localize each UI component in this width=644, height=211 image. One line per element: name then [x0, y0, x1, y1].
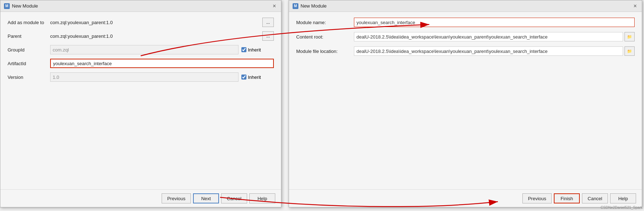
module-file-location-browse-button[interactable]: 📁: [625, 46, 635, 56]
add-as-module-browse-button[interactable]: ...: [262, 18, 274, 27]
dialog1-previous-button[interactable]: Previous: [162, 193, 191, 203]
parent-browse-button[interactable]: ...: [262, 31, 274, 41]
dialog1-next-button[interactable]: Next: [193, 193, 219, 203]
dialog1-help-button[interactable]: Help: [249, 193, 275, 203]
artifact-id-row: ArtifactId: [8, 59, 274, 68]
module-file-location-input[interactable]: [354, 46, 623, 56]
add-as-module-row: Add as module to com.zql:youlexuan_paren…: [8, 18, 274, 27]
content-root-label: Content root:: [296, 34, 354, 40]
dialog1-cancel-button[interactable]: Cancel: [221, 193, 247, 203]
group-id-inherit-label: Inherit: [248, 47, 261, 53]
dialog2-title-area: M New Module: [293, 3, 327, 9]
content-root-row: Content root: 📁: [296, 32, 635, 41]
dialog1-title-area: M New Module: [4, 3, 38, 9]
version-inherit-label: Inherit: [248, 75, 261, 80]
parent-value: com.zql:youlexuan_parent:1.0: [50, 33, 259, 39]
dialog2-title: New Module: [301, 3, 327, 9]
add-as-module-value: com.zql:youlexuan_parent:1.0: [50, 20, 259, 25]
content-root-browse-button[interactable]: 📁: [625, 32, 635, 41]
module-name-label: Module name:: [296, 20, 354, 25]
version-input[interactable]: [50, 72, 238, 82]
dialog2-finish-button[interactable]: Finish: [554, 193, 580, 203]
module-name-row: Module name:: [296, 18, 635, 27]
group-id-row: GroupId Inherit: [8, 45, 274, 54]
group-id-inherit: Inherit: [241, 47, 274, 53]
version-inherit: Inherit: [241, 75, 274, 80]
dialog2-previous-button[interactable]: Previous: [522, 193, 552, 203]
dialog2-body: Module name: Content root: 📁 Module file…: [289, 12, 642, 189]
module-file-location-label: Module file location:: [296, 49, 354, 54]
version-row: Version Inherit: [8, 72, 274, 82]
module-name-input[interactable]: [354, 18, 635, 27]
parent-row: Parent com.zql:youlexuan_parent:1.0 ...: [8, 31, 274, 41]
dialog1-body: Add as module to com.zql:youlexuan_paren…: [0, 12, 281, 189]
add-as-module-label: Add as module to: [8, 20, 47, 25]
dialog1-close-button[interactable]: ×: [271, 3, 277, 9]
dialog2-footer: Previous Finish Cancel Help: [289, 189, 642, 207]
dialog1-footer: Previous Next Cancel Help: [0, 189, 281, 207]
dialog1-title: New Module: [12, 3, 38, 9]
group-id-input[interactable]: [50, 45, 238, 54]
version-inherit-checkbox[interactable]: [241, 75, 246, 80]
new-module-dialog-2: M New Module × Module name: Content root…: [289, 0, 642, 207]
artifact-id-input[interactable]: [50, 59, 274, 68]
dialog1-icon: M: [4, 3, 10, 9]
content-root-input[interactable]: [354, 32, 623, 41]
dialog1-titlebar: M New Module ×: [0, 0, 281, 12]
artifact-id-label: ArtifactId: [8, 61, 47, 66]
dialog2-help-button[interactable]: Help: [610, 193, 636, 203]
dialog2-cancel-button[interactable]: Cancel: [582, 193, 608, 203]
new-module-dialog-1: M New Module × Add as module to com.zql:…: [0, 0, 281, 207]
parent-label: Parent: [8, 33, 47, 39]
version-label: Version: [8, 75, 47, 80]
module-file-location-row: Module file location: 📁: [296, 46, 635, 56]
group-id-label: GroupId: [8, 47, 47, 53]
group-id-inherit-checkbox[interactable]: [241, 47, 246, 52]
dialog2-close-button[interactable]: ×: [632, 3, 638, 9]
dialog2-icon: M: [293, 3, 298, 9]
dialog2-titlebar: M New Module ×: [289, 0, 642, 12]
